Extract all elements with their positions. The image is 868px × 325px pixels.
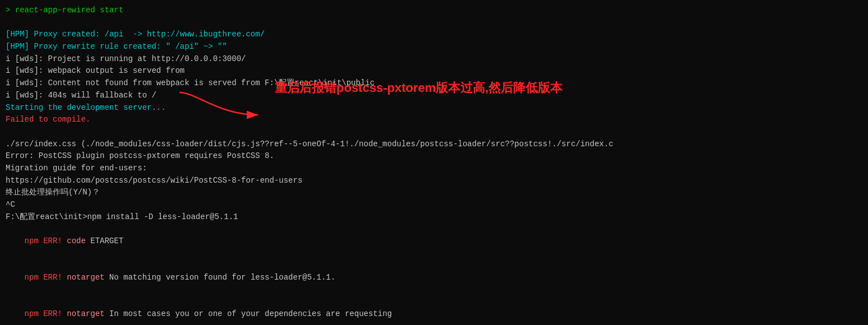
hpm-proxy-rewrite: [HPM] Proxy rewrite rule created: " /api… [6,41,862,53]
npm-err-label3: npm ERR! [25,309,62,318]
command-line: > react-app-rewired start [6,4,862,17]
hpm-proxy-created: [HPM] Proxy created: /api -> http://www.… [6,29,862,41]
migration-url: https://github.com/postcss/postcss/wiki/… [6,175,862,187]
failed-compile: Failed to compile. [6,114,862,126]
npm-err-etarget-text: ETARGET [86,236,123,245]
npm-err-code-keyword: code [67,236,86,245]
annotation-text: 重启后报错postcss-pxtorem版本过高,然后降低版本 [275,80,562,96]
starting-line: Starting the development server... [6,102,862,114]
npm-err-notarget-kw1: notarget [67,273,104,282]
npm-err-label: npm ERR! [25,236,62,245]
npm-err-notarget-1: npm ERR! notarget No matching version fo… [6,259,862,296]
blank-line-1 [6,17,862,29]
error-path-line: ./src/index.css (./node_modules/css-load… [6,138,862,151]
npm-err-notarget-2: npm ERR! notarget In most cases you or o… [6,296,862,326]
npm-err-notarget-text2: In most cases you or one of your depende… [104,309,391,318]
npm-err-etarget: npm ERR! code ETARGET [6,223,862,259]
error-postcss-msg: Error: PostCSS plugin postcss-pxtorem re… [6,150,862,162]
wds-webpack-output: i [wds]: webpack output is served from [6,65,862,77]
blank-line-2 [6,126,862,138]
npm-err-label2: npm ERR! [25,273,62,282]
ctrl-c: ^C [6,199,862,211]
annotation-arrow-svg [174,87,286,120]
wds-running: i [wds]: Project is running at http://0.… [6,53,862,66]
chinese-prompt: 终止批处理操作吗(Y/N)？ [6,187,862,199]
npm-err-notarget-text1: No matching version found for less-loade… [104,273,335,282]
npm-err-notarget-kw2: notarget [67,309,104,318]
npm-install-cmd: F:\配置react\init>npm install -D less-load… [6,211,862,224]
migration-guide: Migration guide for end-users: [6,162,862,175]
terminal: > react-app-rewired start [HPM] Proxy cr… [0,0,868,325]
